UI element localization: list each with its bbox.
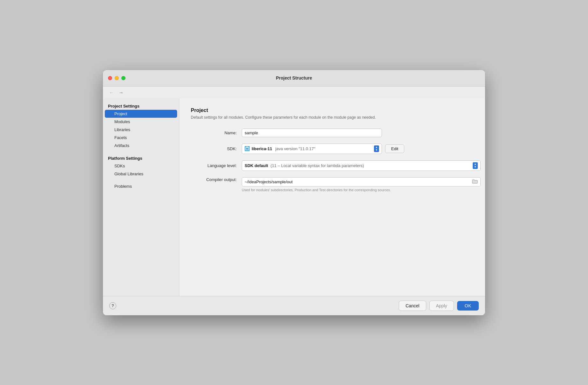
apply-button[interactable]: Apply [429, 301, 454, 311]
language-default: SDK default [245, 163, 268, 168]
sidebar-item-artifacts[interactable]: Artifacts [105, 142, 177, 150]
cancel-button[interactable]: Cancel [399, 301, 426, 311]
compiler-output-row: Compiler output: ~/IdeaProjects/sample/o… [191, 177, 481, 192]
compiler-path: ~/IdeaProjects/sample/out [245, 179, 293, 184]
ok-button[interactable]: OK [457, 301, 479, 311]
svg-rect-1 [246, 147, 248, 148]
language-level-dropdown[interactable]: SDK default (11 – Local variable syntax … [242, 160, 481, 171]
window-controls [108, 76, 125, 80]
sidebar-item-libraries[interactable]: Libraries [105, 126, 177, 134]
name-row: Name: [191, 129, 481, 137]
sidebar-item-facets[interactable]: Facets [105, 134, 177, 142]
language-level-row: Language level: SDK default (11 – Local … [191, 160, 481, 171]
sidebar-item-sdks[interactable]: SDKs [105, 162, 177, 170]
back-button[interactable]: ← [108, 89, 115, 96]
platform-settings-label: Platform Settings [103, 154, 179, 162]
sdk-edit-button[interactable]: Edit [385, 144, 404, 153]
sdk-label: SDK: [191, 146, 242, 151]
sdk-dropdown[interactable]: liberica-11 java version "11.0.17" ▲ ▼ [242, 144, 382, 154]
compiler-output-label: Compiler output: [191, 177, 242, 182]
project-structure-window: Project Structure ← → Project Settings P… [103, 70, 485, 315]
compiler-input-container: ~/IdeaProjects/sample/out [242, 177, 481, 186]
bottom-bar: ? Cancel Apply OK [103, 296, 485, 315]
sidebar-item-problems[interactable]: Problems [105, 182, 177, 190]
sdk-version: java version "11.0.17" [275, 146, 315, 151]
svg-rect-0 [246, 147, 249, 150]
sdk-controls: liberica-11 java version "11.0.17" ▲ ▼ E… [242, 144, 404, 154]
titlebar: Project Structure [103, 70, 485, 87]
project-settings-label: Project Settings [103, 102, 179, 110]
sidebar-item-project[interactable]: Project [105, 110, 177, 118]
compiler-hint: Used for modules' subdirectories, Produc… [242, 188, 481, 192]
sdk-row: SDK: liberica-11 java version "11.0.17" … [191, 144, 481, 154]
main-panel: Project Default settings for all modules… [179, 99, 485, 296]
help-button[interactable]: ? [109, 302, 116, 309]
folder-icon[interactable] [472, 179, 478, 185]
sdk-arrows-icon: ▲ ▼ [374, 145, 379, 152]
language-level-label: Language level: [191, 163, 242, 168]
section-desc: Default settings for all modules. Config… [191, 115, 481, 120]
language-desc: (11 – Local variable syntax for lambda p… [270, 163, 364, 168]
name-input[interactable] [242, 129, 382, 137]
window-title: Project Structure [276, 75, 312, 80]
close-button[interactable] [108, 76, 112, 80]
bottom-actions: Cancel Apply OK [399, 301, 479, 311]
section-title: Project [191, 108, 481, 113]
sidebar-item-modules[interactable]: Modules [105, 118, 177, 126]
sdk-icon [245, 146, 250, 151]
sidebar: Project Settings Project Modules Librari… [103, 99, 179, 296]
nav-bar: ← → [103, 87, 485, 99]
forward-button[interactable]: → [118, 89, 125, 96]
sdk-name: liberica-11 [252, 146, 272, 151]
minimize-button[interactable] [115, 76, 119, 80]
content-area: Project Settings Project Modules Librari… [103, 99, 485, 296]
compiler-output-wrapper: ~/IdeaProjects/sample/out Used for modul… [242, 177, 481, 192]
language-arrows-icon: ▲ ▼ [473, 162, 478, 169]
name-label: Name: [191, 130, 242, 135]
sidebar-item-global-libraries[interactable]: Global Libraries [105, 170, 177, 178]
maximize-button[interactable] [121, 76, 125, 80]
